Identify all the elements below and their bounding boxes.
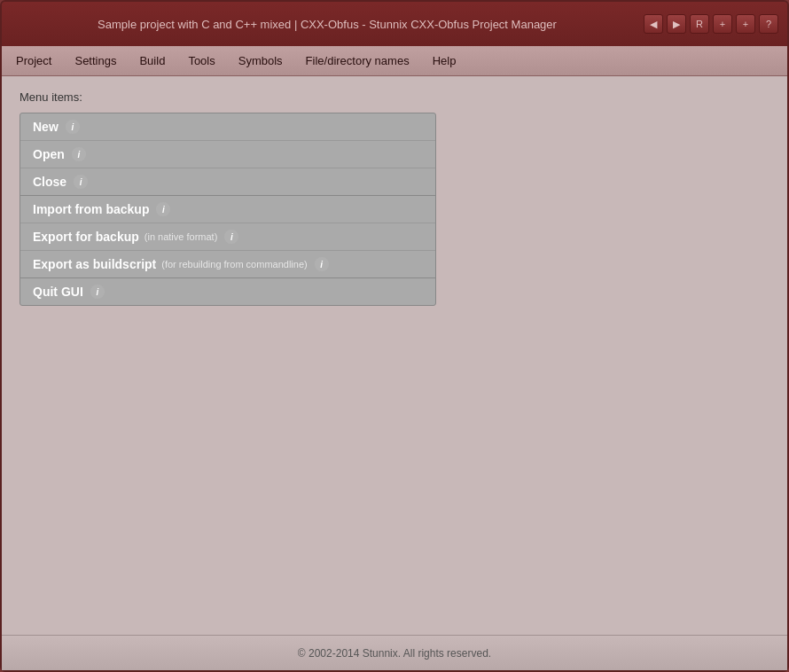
menu-bar-item-build[interactable]: Build xyxy=(129,51,176,71)
menu-bar-item-symbols[interactable]: Symbols xyxy=(228,51,293,71)
menu-row-label: Quit GUI xyxy=(33,285,83,299)
menu-row-export-as-buildscript[interactable]: Export as buildscript(for rebuilding fro… xyxy=(20,251,435,277)
menu-list: NewiOpeniCloseiImport from backupiExport… xyxy=(20,113,436,306)
menu-group-0: NewiOpeniClosei xyxy=(20,113,435,196)
menu-row-label: Close xyxy=(33,175,66,189)
info-icon[interactable]: i xyxy=(156,202,170,216)
back-button[interactable]: ◀ xyxy=(644,14,663,34)
add-button2[interactable]: + xyxy=(736,14,755,34)
title-controls: ◀ ▶ R + + ? xyxy=(644,14,778,34)
menu-row-label: Export as buildscript xyxy=(33,257,156,271)
menu-bar-item-tools[interactable]: Tools xyxy=(177,51,225,71)
menu-row-sublabel: (in native format) xyxy=(145,231,218,242)
menu-items-label: Menu items: xyxy=(20,90,769,104)
menu-bar-item-project[interactable]: Project xyxy=(5,51,62,71)
menu-row-new[interactable]: Newi xyxy=(20,113,435,141)
menu-row-label: Export for backup xyxy=(33,230,139,244)
help-button[interactable]: ? xyxy=(759,14,778,34)
title-bar: Sample project with C and C++ mixed | CX… xyxy=(2,2,787,46)
menu-bar: ProjectSettingsBuildToolsSymbolsFile/dir… xyxy=(2,46,787,76)
menu-row-close[interactable]: Closei xyxy=(20,168,435,195)
info-icon[interactable]: i xyxy=(315,257,329,271)
footer-text: © 2002-2014 Stunnix. All rights reserved… xyxy=(298,647,491,660)
menu-row-quit-gui[interactable]: Quit GUIi xyxy=(20,278,435,305)
menu-row-label: New xyxy=(33,120,59,134)
menu-bar-item-help[interactable]: Help xyxy=(422,51,467,71)
menu-group-2: Quit GUIi xyxy=(20,278,435,305)
footer: © 2002-2014 Stunnix. All rights reserved… xyxy=(2,635,787,670)
app-window: Sample project with C and C++ mixed | CX… xyxy=(0,0,789,672)
title-text: Sample project with C and C++ mixed | CX… xyxy=(11,18,644,31)
add-button1[interactable]: + xyxy=(713,14,732,34)
menu-row-export-for-backup[interactable]: Export for backup(in native format)i xyxy=(20,223,435,251)
menu-row-sublabel: (for rebuilding from commandline) xyxy=(161,259,307,270)
info-icon[interactable]: i xyxy=(72,147,86,161)
forward-button[interactable]: ▶ xyxy=(667,14,686,34)
menu-row-label: Open xyxy=(33,147,65,161)
menu-row-import-from-backup[interactable]: Import from backupi xyxy=(20,196,435,223)
main-content: Menu items: NewiOpeniCloseiImport from b… xyxy=(2,76,787,635)
info-icon[interactable]: i xyxy=(66,120,80,134)
r-button[interactable]: R xyxy=(690,14,709,34)
info-icon[interactable]: i xyxy=(74,175,88,189)
menu-row-label: Import from backup xyxy=(33,202,149,216)
info-icon[interactable]: i xyxy=(224,230,238,244)
menu-row-open[interactable]: Openi xyxy=(20,141,435,168)
info-icon[interactable]: i xyxy=(90,285,105,299)
menu-group-1: Import from backupiExport for backup(in … xyxy=(20,196,435,278)
menu-bar-item-file-directory-names[interactable]: File/directory names xyxy=(295,51,420,71)
menu-bar-item-settings[interactable]: Settings xyxy=(64,51,127,71)
